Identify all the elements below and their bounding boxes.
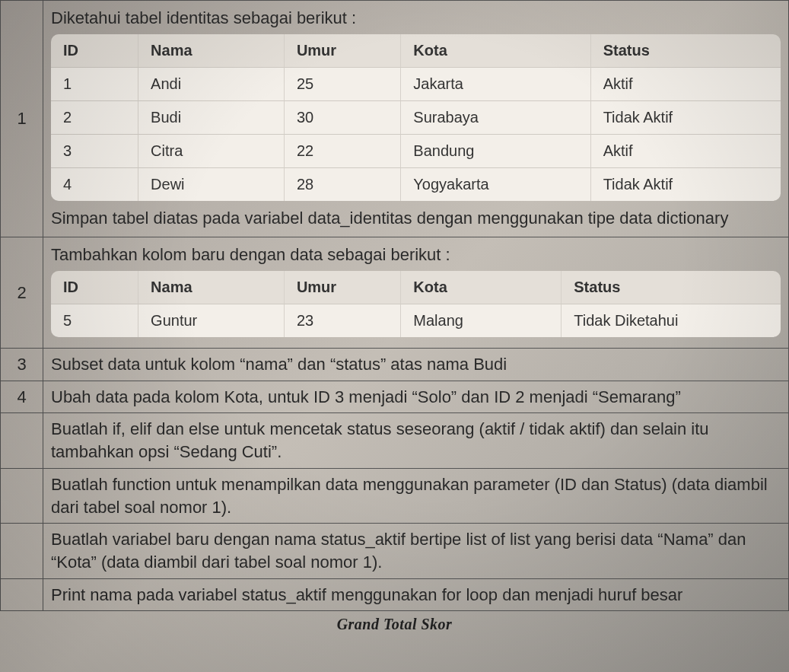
- question-cell: Buatlah if, elif dan else untuk mencetak…: [43, 413, 789, 468]
- cell: 28: [285, 168, 401, 201]
- table-row: 2 Budi 30 Surabaya Tidak Aktif: [51, 101, 781, 135]
- col-header: Umur: [285, 271, 401, 304]
- col-header: Nama: [138, 34, 285, 68]
- col-header: Status: [591, 34, 781, 68]
- cell: 23: [285, 304, 401, 337]
- identity-table: ID Nama Umur Kota Status 1 Andi 25 Jakar…: [51, 34, 781, 201]
- question-number: [1, 413, 43, 468]
- cell: 5: [51, 304, 138, 337]
- col-header: Status: [562, 271, 781, 304]
- question-cell: Subset data untuk kolom “nama” dan “stat…: [43, 349, 789, 381]
- cell: Dewi: [138, 168, 285, 201]
- question-number: [1, 468, 43, 523]
- cell: 3: [51, 135, 138, 168]
- cell: Tidak Aktif: [591, 168, 781, 201]
- add-row-table: ID Nama Umur Kota Status 5 Guntur 23 Mal…: [51, 271, 781, 337]
- question-intro: Diketahui tabel identitas sebagai beriku…: [51, 7, 781, 30]
- question-text: Buatlah function untuk menampilkan data …: [51, 475, 768, 517]
- question-number: 2: [1, 237, 43, 349]
- cell: 22: [285, 135, 401, 168]
- question-text: Buatlah variabel baru dengan nama status…: [51, 530, 746, 572]
- cell: Aktif: [591, 135, 781, 168]
- cell: Andi: [138, 68, 285, 101]
- col-header: Nama: [138, 271, 285, 304]
- question-text: Subset data untuk kolom “nama” dan “stat…: [51, 355, 507, 374]
- cell: 1: [51, 68, 138, 101]
- question-number: [1, 578, 43, 611]
- col-header: ID: [51, 271, 138, 304]
- cell: Guntur: [138, 304, 285, 337]
- question-cell: Tambahkan kolom baru dengan data sebagai…: [43, 237, 789, 349]
- cell: Bandung: [401, 135, 590, 168]
- cell: Jakarta: [401, 68, 590, 101]
- table-row: 5 Guntur 23 Malang Tidak Diketahui: [51, 304, 781, 337]
- col-header: Umur: [285, 34, 401, 68]
- cell: 30: [285, 101, 401, 135]
- col-header: Kota: [401, 271, 562, 304]
- cell: Yogyakarta: [401, 168, 590, 201]
- cell: Malang: [401, 304, 562, 337]
- question-text: Buatlah if, elif dan else untuk mencetak…: [51, 419, 709, 461]
- cell: Tidak Aktif: [591, 101, 781, 135]
- question-grid: 1 Diketahui tabel identitas sebagai beri…: [0, 0, 789, 611]
- question-number: [1, 524, 43, 578]
- question-text: Print nama pada variabel status_aktif me…: [51, 585, 682, 604]
- question-number: 1: [1, 1, 43, 237]
- cell: Aktif: [591, 68, 781, 101]
- cell: Citra: [138, 135, 285, 168]
- question-number: 4: [1, 381, 43, 413]
- table-row: 4 Dewi 28 Yogyakarta Tidak Aktif: [51, 168, 781, 201]
- cell: 4: [51, 168, 138, 201]
- question-cell: Buatlah function untuk menampilkan data …: [43, 468, 789, 523]
- question-text: Ubah data pada kolom Kota, untuk ID 3 me…: [51, 387, 681, 406]
- footer-cut-text: Grand Total Skor: [0, 611, 789, 633]
- cell: Tidak Diketahui: [562, 304, 781, 337]
- col-header: ID: [51, 34, 138, 68]
- question-number: 3: [1, 349, 43, 381]
- col-header: Kota: [401, 34, 590, 68]
- table-row: 3 Citra 22 Bandung Aktif: [51, 135, 781, 168]
- cell: 25: [285, 68, 401, 101]
- table-row: 1 Andi 25 Jakarta Aktif: [51, 68, 781, 101]
- question-cell: Diketahui tabel identitas sebagai beriku…: [43, 1, 789, 237]
- cell: Budi: [138, 101, 285, 135]
- question-cell: Print nama pada variabel status_aktif me…: [43, 578, 789, 611]
- question-outro: Simpan tabel diatas pada variabel data_i…: [51, 207, 781, 230]
- question-cell: Buatlah variabel baru dengan nama status…: [43, 524, 789, 578]
- cell: 2: [51, 101, 138, 135]
- question-intro: Tambahkan kolom baru dengan data sebagai…: [51, 244, 781, 266]
- cell: Surabaya: [401, 101, 590, 135]
- question-cell: Ubah data pada kolom Kota, untuk ID 3 me…: [43, 381, 789, 413]
